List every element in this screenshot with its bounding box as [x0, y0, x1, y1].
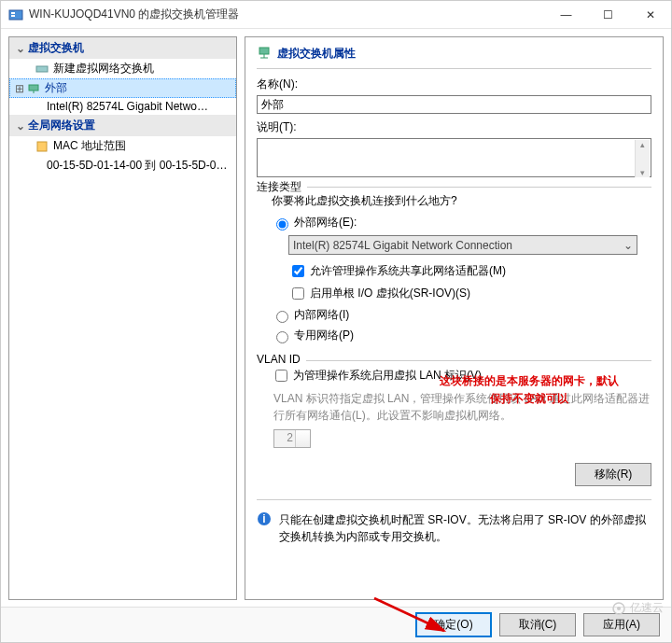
tree-item-new-switch[interactable]: 新建虚拟网络交换机: [9, 59, 236, 78]
name-label: 名称(N):: [257, 77, 651, 92]
radio-external-label: 外部网络(E):: [294, 215, 357, 231]
scroll-down-icon: ▾: [640, 168, 645, 177]
vlan-group-label: VLAN ID: [257, 353, 306, 366]
conn-group-label: 连接类型: [257, 179, 307, 195]
tree-item-nic[interactable]: Intel(R) 82574L Gigabit Netwo…: [9, 98, 236, 115]
radio-external[interactable]: 外部网络(E):: [272, 215, 651, 231]
info-row: i 只能在创建虚拟交换机时配置 SR-IOV。无法将启用了 SR-IOV 的外部…: [257, 499, 651, 545]
collapse-icon: ⌄: [15, 42, 26, 55]
maximize-button[interactable]: ☐: [587, 1, 629, 29]
apply-button[interactable]: 应用(A): [583, 613, 660, 636]
radio-external-input[interactable]: [276, 218, 288, 231]
check-allow-mgmt-input[interactable]: [292, 265, 304, 277]
name-input[interactable]: [257, 95, 651, 114]
check-allow-mgmt-label: 允许管理操作系统共享此网络适配器(M): [310, 263, 506, 279]
tree-item-label: 00-15-5D-01-14-00 到 00-15-5D-0…: [47, 158, 227, 174]
tree-section-label: 虚拟交换机: [28, 40, 84, 56]
app-icon: [8, 7, 23, 22]
cancel-button[interactable]: 取消(C): [499, 613, 576, 636]
expand-icon: ⊞: [14, 82, 25, 95]
content-area: ⌄ 虚拟交换机 新建虚拟网络交换机 ⊞ 外部 Intel(R) 82574L G…: [1, 29, 671, 600]
mac-icon: [35, 140, 49, 153]
vlan-id-input[interactable]: 2: [273, 429, 311, 448]
radio-private-label: 专用网络(P): [294, 328, 354, 343]
panel-title: 虚拟交换机属性: [277, 46, 356, 62]
tree-item-external[interactable]: ⊞ 外部: [9, 78, 236, 98]
tree-panel: ⌄ 虚拟交换机 新建虚拟网络交换机 ⊞ 外部 Intel(R) 82574L G…: [8, 36, 237, 600]
desc-input[interactable]: ▴▾: [257, 138, 651, 177]
tree-section-global[interactable]: ⌄ 全局网络设置: [9, 115, 236, 136]
svg-rect-2: [11, 15, 15, 17]
collapse-icon: ⌄: [15, 119, 26, 133]
svg-rect-6: [37, 142, 47, 151]
network-icon: [257, 45, 272, 63]
scroll-up-icon: ▴: [640, 140, 645, 149]
bottom-bar: 确定(O) 取消(C) 应用(A): [1, 607, 671, 642]
nic-select[interactable]: Intel(R) 82574L Gigabit Network Connecti…: [288, 235, 637, 255]
watermark: 亿速云: [611, 600, 664, 616]
radio-internal[interactable]: 内部网络(I): [272, 307, 651, 323]
switch-icon: [35, 63, 49, 76]
annotation-text: 这块桥接的是本服务器的网卡，默认保持不变就可以: [413, 371, 646, 406]
properties-panel: 虚拟交换机属性 名称(N): 说明(T): ▴▾ 连接类型 你要将此虚拟交换机连…: [245, 36, 664, 600]
tree-item-mac-range[interactable]: 00-15-5D-01-14-00 到 00-15-5D-0…: [9, 156, 236, 175]
radio-private[interactable]: 专用网络(P): [272, 328, 651, 343]
svg-rect-4: [29, 85, 38, 91]
remove-button[interactable]: 移除(R): [575, 463, 651, 486]
check-sriov-label: 启用单根 I/O 虚拟化(SR-IOV)(S): [310, 286, 470, 301]
minimize-button[interactable]: —: [545, 1, 587, 29]
info-message: 只能在创建虚拟交换机时配置 SR-IOV。无法将启用了 SR-IOV 的外部虚拟…: [279, 511, 651, 545]
check-allow-mgmt[interactable]: 允许管理操作系统共享此网络适配器(M): [288, 262, 651, 280]
chevron-down-icon: ⌄: [623, 239, 633, 252]
watermark-icon: [611, 601, 626, 616]
svg-rect-1: [11, 12, 15, 14]
check-sriov-input[interactable]: [292, 287, 304, 300]
svg-rect-3: [36, 66, 48, 72]
check-sriov[interactable]: 启用单根 I/O 虚拟化(SR-IOV)(S): [288, 285, 651, 302]
scrollbar[interactable]: ▴▾: [635, 140, 650, 177]
close-button[interactable]: ✕: [629, 1, 671, 29]
conn-prompt: 你要将此虚拟交换机连接到什么地方?: [272, 193, 651, 209]
tree-item-label: MAC 地址范围: [53, 138, 126, 154]
tree-item-label: 新建虚拟网络交换机: [53, 61, 154, 77]
nic-select-value: Intel(R) 82574L Gigabit Network Connecti…: [293, 239, 512, 252]
tree-item-mac[interactable]: MAC 地址范围: [9, 136, 236, 156]
svg-text:i: i: [262, 512, 265, 525]
network-icon: [27, 82, 40, 95]
svg-point-14: [617, 607, 621, 610]
radio-private-input[interactable]: [276, 331, 288, 343]
panel-title-row: 虚拟交换机属性: [257, 45, 651, 69]
svg-rect-7: [259, 48, 269, 54]
tree-item-label: Intel(R) 82574L Gigabit Netwo…: [47, 100, 208, 113]
ok-button[interactable]: 确定(O): [415, 612, 492, 637]
tree-section-label: 全局网络设置: [28, 118, 95, 133]
desc-label: 说明(T):: [257, 119, 651, 135]
check-vlan-input[interactable]: [275, 370, 287, 382]
radio-internal-label: 内部网络(I): [294, 307, 349, 323]
info-icon: i: [257, 511, 272, 526]
tree-section-switches[interactable]: ⌄ 虚拟交换机: [9, 37, 236, 59]
tree-item-label: 外部: [45, 80, 67, 96]
titlebar: WIN-KUJOQD41VN0 的虚拟交换机管理器 — ☐ ✕: [1, 1, 671, 29]
radio-internal-input[interactable]: [276, 311, 288, 323]
window-title: WIN-KUJOQD41VN0 的虚拟交换机管理器: [29, 7, 545, 22]
